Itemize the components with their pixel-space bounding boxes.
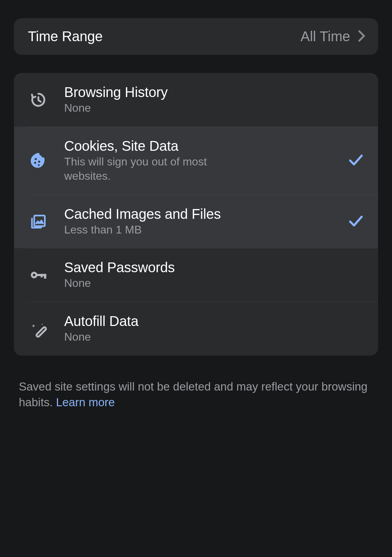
svg-rect-8 [44,274,46,279]
option-autofill-data[interactable]: Autofill Data None [14,302,378,356]
cookie-icon [28,150,48,171]
images-icon [28,211,48,232]
magic-wand-icon [28,319,48,339]
time-range-row[interactable]: Time Range All Time [14,18,378,55]
option-cookies-site-data[interactable]: Cookies, Site Data This will sign you ou… [14,127,378,195]
check-icon [347,151,364,170]
svg-rect-4 [34,215,45,226]
history-icon [28,90,48,110]
learn-more-link[interactable]: Learn more [56,396,115,409]
option-browsing-history[interactable]: Browsing History None [14,73,378,127]
option-subtitle: This will sign you out of most websites. [64,155,239,184]
option-subtitle: Less than 1 MB [64,223,239,237]
option-subtitle: None [64,101,239,116]
option-title: Cookies, Site Data [64,138,337,154]
chevron-right-icon [358,30,365,43]
check-icon [347,213,364,231]
option-title: Saved Passwords [64,259,354,275]
time-range-value: All Time [301,29,350,44]
svg-point-6 [33,274,35,276]
option-subtitle: None [64,276,239,291]
option-cached-images-files[interactable]: Cached Images and Files Less than 1 MB [14,195,378,248]
option-subtitle: None [64,330,239,344]
svg-point-3 [38,164,40,166]
svg-point-0 [35,158,37,160]
clear-data-options: Browsing History None Cookies, Site Data… [14,73,378,356]
option-title: Cached Images and Files [64,206,337,222]
svg-rect-9 [40,274,43,277]
option-title: Browsing History [64,84,354,100]
svg-point-1 [34,162,36,164]
svg-rect-10 [36,327,47,337]
footer-note: Saved site settings will not be deleted … [14,379,378,410]
svg-point-2 [38,161,40,163]
option-title: Autofill Data [64,313,354,329]
time-range-label: Time Range [28,29,103,44]
key-icon [28,265,48,285]
option-saved-passwords[interactable]: Saved Passwords None [14,248,378,302]
